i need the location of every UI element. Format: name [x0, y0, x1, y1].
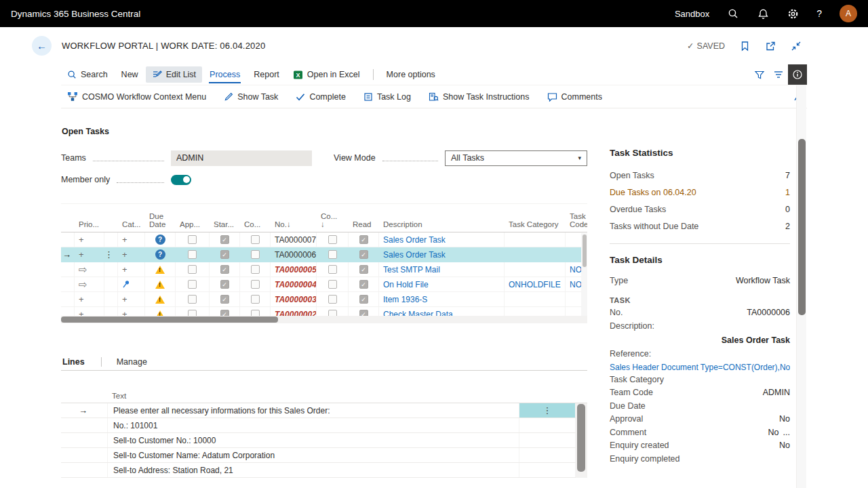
lines-manage-button[interactable]: Manage	[117, 357, 147, 367]
approval-checkbox[interactable]	[188, 280, 197, 289]
col-started[interactable]: Star...	[210, 220, 240, 232]
completed-checkbox[interactable]	[251, 250, 260, 259]
completed-checkbox[interactable]	[251, 235, 260, 244]
complete-button[interactable]: Complete	[290, 89, 352, 105]
new-button[interactable]: New	[115, 66, 144, 83]
line-text[interactable]: No.: 101001	[113, 421, 157, 430]
view-mode-select[interactable]: All Tasks ▾	[445, 150, 587, 166]
environment-badge[interactable]: Sandbox	[675, 9, 709, 19]
col-priority[interactable]: Prio...	[75, 220, 104, 232]
help-icon[interactable]: ?	[816, 8, 822, 19]
col-read[interactable]: Read	[349, 220, 379, 232]
bookmark-icon[interactable]	[740, 41, 750, 52]
approval-checkbox[interactable]	[188, 295, 197, 304]
line-text[interactable]: Sell-to Address: Station Road, 21	[113, 466, 233, 475]
more-options-button[interactable]: More options	[380, 66, 441, 83]
reference-link[interactable]: Sales Header Document Type=CONST(Order),…	[610, 363, 790, 372]
avatar[interactable]: A	[840, 5, 857, 22]
teams-input[interactable]	[171, 150, 312, 166]
col-category[interactable]: Cat...	[118, 220, 145, 232]
task-description-link[interactable]: Sales Order Task	[383, 250, 446, 260]
plus-icon[interactable]: +	[122, 265, 127, 274]
comment-checkbox[interactable]	[328, 280, 337, 289]
task-description-link[interactable]: Check Master Data	[383, 310, 453, 317]
completed-checkbox[interactable]	[251, 280, 260, 289]
approval-checkbox[interactable]	[188, 250, 197, 259]
cell-menu-icon[interactable]: ⋮	[543, 406, 552, 415]
search-icon[interactable]	[727, 7, 739, 20]
task-row[interactable]: + + TA0000003 Item 1936-S	[61, 292, 581, 307]
comment-checkbox[interactable]	[328, 310, 337, 316]
col-no[interactable]: No.↓	[271, 220, 317, 232]
edit-list-button[interactable]: Edit List	[146, 66, 202, 83]
task-row[interactable]: + + ? TA0000007 Sales Order Task	[61, 232, 581, 247]
list-view-icon[interactable]	[769, 64, 788, 85]
col-description[interactable]: Description	[379, 220, 505, 232]
line-row[interactable]: Sell-to Address: Station Road, 21	[61, 463, 587, 478]
notifications-bell-icon[interactable]	[757, 7, 769, 20]
task-row[interactable]: + + TA0000002 Check Master Data	[61, 307, 581, 316]
stat-value[interactable]: 7	[785, 171, 790, 180]
back-button[interactable]: ←	[32, 36, 52, 56]
plus-icon[interactable]: +	[79, 250, 84, 259]
task-description-link[interactable]: On Hold File	[383, 280, 429, 289]
task-row-selected[interactable]: → + ⋮ + ? TA0000006 Sales Order Task	[61, 247, 581, 262]
line-text[interactable]: Sell-to Customer No.: 10000	[113, 436, 216, 445]
read-checkbox[interactable]	[359, 280, 368, 289]
settings-gear-icon[interactable]	[787, 7, 799, 20]
started-checkbox[interactable]	[220, 310, 229, 316]
lines-vertical-scrollbar-thumb[interactable]	[577, 404, 585, 472]
approval-checkbox[interactable]	[188, 265, 197, 274]
comment-checkbox[interactable]	[328, 265, 337, 274]
tab-lines[interactable]: Lines	[61, 357, 86, 367]
plus-icon[interactable]: +	[79, 235, 84, 244]
plus-icon[interactable]: +	[122, 295, 127, 304]
page-scrollbar-thumb[interactable]	[798, 139, 806, 315]
started-checkbox[interactable]	[220, 250, 229, 259]
line-text[interactable]: Sell-to Customer Name: Adatum Corporatio…	[113, 451, 275, 460]
read-checkbox[interactable]	[359, 310, 368, 316]
col-task-code[interactable]: Task FCode	[566, 212, 587, 232]
line-row[interactable]: Sell-to Customer Name: Adatum Corporatio…	[61, 448, 587, 463]
comments-button[interactable]: Comments	[541, 89, 608, 105]
task-description-link[interactable]: Item 1936-S	[383, 295, 427, 304]
col-due-date[interactable]: DueDate	[145, 212, 176, 232]
line-row[interactable]: Sell-to Customer No.: 10000	[61, 433, 587, 448]
col-text[interactable]: Text	[108, 392, 130, 403]
member-only-toggle[interactable]	[171, 175, 191, 185]
tab-process[interactable]: Process	[203, 66, 246, 83]
search-list-button[interactable]: Search	[61, 66, 114, 83]
comment-checkbox[interactable]	[328, 235, 337, 244]
line-row-selected[interactable]: → Please enter all necessary information…	[61, 403, 587, 418]
line-row[interactable]: No.: 101001	[61, 418, 587, 433]
plus-icon[interactable]: +	[122, 235, 127, 244]
approval-checkbox[interactable]	[188, 235, 197, 244]
assist-edit-ellipsis[interactable]: ...	[783, 428, 790, 437]
approval-checkbox[interactable]	[188, 310, 197, 316]
comment-checkbox[interactable]	[328, 250, 337, 259]
col-approval[interactable]: App...	[176, 220, 210, 232]
started-checkbox[interactable]	[220, 265, 229, 274]
collapse-icon[interactable]	[791, 41, 802, 52]
cosmo-workflow-context-menu-button[interactable]: COSMO Workflow Context Menu	[61, 88, 212, 105]
tasks-horizontal-scrollbar-thumb[interactable]	[61, 317, 278, 323]
line-text[interactable]: Please enter all necessary informations …	[113, 406, 330, 415]
started-checkbox[interactable]	[220, 295, 229, 304]
row-menu-icon[interactable]: ⋮	[104, 250, 113, 259]
started-checkbox[interactable]	[220, 235, 229, 244]
filter-icon[interactable]	[750, 64, 769, 85]
show-task-instructions-button[interactable]: Show Task Instructions	[422, 89, 536, 105]
started-checkbox[interactable]	[220, 280, 229, 289]
task-row[interactable]: ⇨ TA0000004 On Hold File ONHOLDFILE NO..…	[61, 277, 581, 292]
col-comment[interactable]: Co...↓	[317, 212, 349, 232]
stat-value[interactable]: 2	[785, 222, 790, 231]
info-panel-toggle-icon[interactable]	[788, 64, 807, 85]
read-checkbox[interactable]	[359, 295, 368, 304]
plus-icon[interactable]: +	[122, 310, 127, 316]
task-log-button[interactable]: Task Log	[357, 89, 417, 105]
open-in-new-window-icon[interactable]	[765, 41, 776, 52]
comment-checkbox[interactable]	[328, 295, 337, 304]
read-checkbox[interactable]	[359, 235, 368, 244]
plus-icon[interactable]: +	[79, 310, 84, 316]
stat-value[interactable]: 0	[785, 205, 790, 214]
